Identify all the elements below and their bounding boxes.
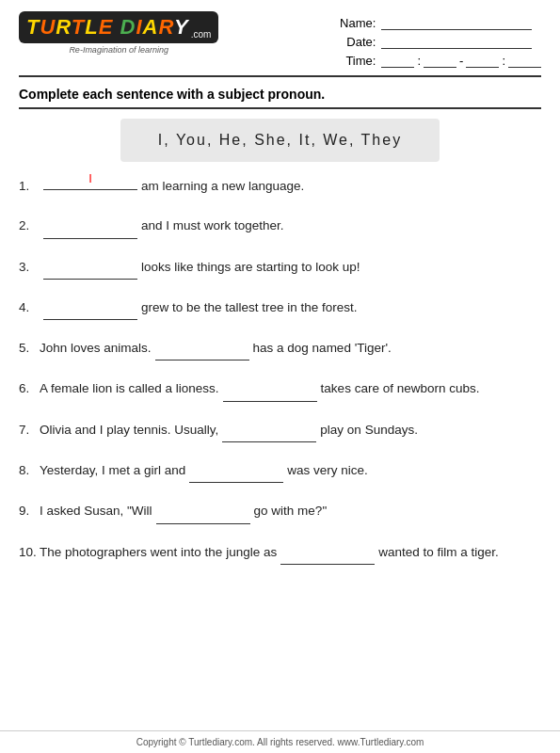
question-row: 4. grew to be the tallest tree in the fo… [19, 296, 541, 320]
answer-blank[interactable] [43, 256, 137, 280]
question-number: 10. [19, 541, 40, 564]
time-blank-2 [424, 53, 456, 68]
question-number: 2. [19, 215, 40, 237]
answer-blank[interactable] [43, 296, 137, 320]
question-row: 3. looks like things are starting to loo… [19, 256, 541, 280]
question-text: John loves animals. [40, 337, 152, 360]
form-fields: Name: Date: Time: : - : [338, 11, 541, 68]
pronoun-box-container: I, You, He, She, It, We, They [0, 109, 560, 171]
question-text: Olivia and I play tennis. Usually, [40, 419, 218, 441]
question-text: I asked Susan, "Will [40, 500, 152, 522]
question-number: 8. [19, 459, 40, 482]
question-row: 6.A female lion is called a lioness. tak… [19, 377, 541, 401]
question-text: has a dog named 'Tiger'. [253, 337, 392, 360]
question-text: play on Sundays. [320, 419, 418, 441]
date-label: Date: [338, 35, 376, 49]
question-text: am learning a new language. [141, 175, 304, 198]
question-text: A female lion is called a lioness. [40, 377, 219, 400]
time-blank-3 [466, 53, 499, 68]
question-text: was very nice. [287, 459, 368, 482]
question-row: 2. and I must work together. [19, 215, 541, 238]
logo-tagline: Re-Imagination of learning [69, 45, 168, 55]
time-blank-1 [381, 53, 414, 68]
question-text: grew to be the tallest tree in the fores… [141, 296, 358, 319]
question-number: 1. [19, 175, 40, 198]
question-text: Yesterday, I met a girl and [40, 459, 185, 482]
logo-area: TURTLE DIARY .com Re-Imagination of lear… [19, 11, 218, 55]
question-row: 7.Olivia and I play tennis. Usually, pla… [19, 419, 541, 442]
time-blank-4 [508, 53, 541, 68]
question-text: and I must work together. [141, 215, 284, 237]
time-label: Time: [338, 54, 376, 68]
date-field: Date: [338, 34, 541, 49]
filled-answer: I [88, 168, 92, 189]
logo-com: .com [191, 29, 212, 40]
answer-blank[interactable]: I [43, 189, 137, 190]
header: TURTLE DIARY .com Re-Imagination of lear… [0, 0, 560, 75]
pronoun-box: I, You, He, She, It, We, They [120, 119, 440, 162]
logo-box: TURTLE DIARY .com [19, 11, 218, 43]
instructions: Complete each sentence with a subject pr… [0, 77, 560, 107]
question-number: 6. [19, 377, 40, 400]
question-text: wanted to film a tiger. [378, 541, 499, 564]
answer-blank[interactable] [155, 337, 249, 360]
question-row: 8.Yesterday, I met a girl and was very n… [19, 459, 541, 483]
answer-blank[interactable] [189, 459, 283, 483]
name-line [381, 15, 532, 30]
date-line [381, 34, 532, 49]
question-number: 5. [19, 337, 40, 360]
question-text: looks like things are starting to look u… [141, 256, 360, 279]
question-text: The photographers went into the jungle a… [40, 541, 277, 564]
question-text: takes care of newborn cubs. [321, 377, 480, 400]
logo-text: TURTLE DIARY [26, 15, 189, 40]
question-text: go with me?" [254, 500, 328, 522]
time-blanks: : - : [381, 53, 541, 68]
answer-blank[interactable] [222, 419, 316, 442]
time-field: Time: : - : [338, 53, 541, 68]
question-number: 3. [19, 256, 40, 279]
answer-blank[interactable] [43, 215, 137, 238]
question-row: 9.I asked Susan, "Will go with me?" [19, 500, 541, 523]
answer-blank[interactable] [280, 541, 375, 565]
questions-section: 1.I am learning a new language.2. and I … [0, 171, 560, 591]
question-number: 9. [19, 500, 40, 522]
answer-blank[interactable] [223, 377, 317, 401]
answer-blank[interactable] [156, 500, 250, 523]
footer: Copyright © Turtlediary.com. All rights … [0, 730, 560, 753]
question-row: 1.I am learning a new language. [19, 175, 541, 198]
footer-text: Copyright © Turtlediary.com. All rights … [136, 737, 424, 747]
question-number: 4. [19, 296, 40, 319]
question-number: 7. [19, 419, 40, 441]
name-field: Name: [338, 15, 541, 30]
question-row: 5.John loves animals. has a dog named 'T… [19, 337, 541, 360]
name-label: Name: [338, 16, 376, 30]
question-row: 10.The photographers went into the jungl… [19, 541, 541, 565]
